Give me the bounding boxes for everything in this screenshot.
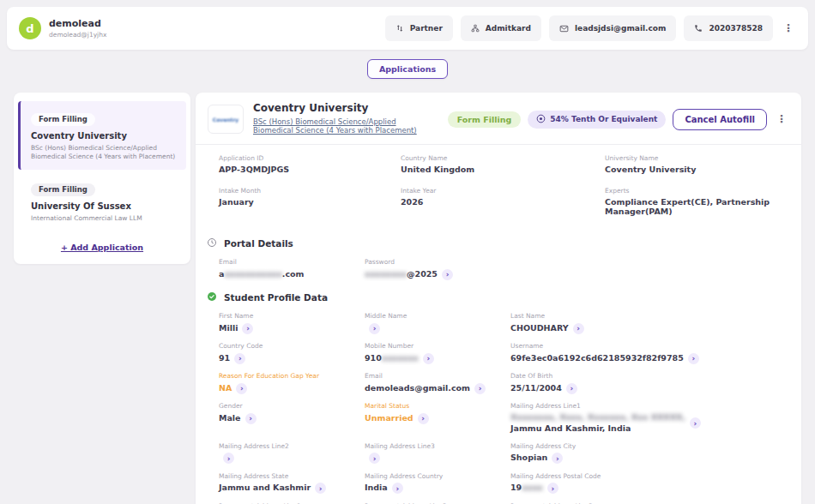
copy-chevron-button[interactable]: › bbox=[242, 323, 253, 334]
phone-icon bbox=[694, 24, 703, 33]
field-value-row: 910xxxxxxx› bbox=[365, 352, 510, 364]
field: Marital StatusUnmarried› bbox=[365, 402, 510, 435]
field-label: Gender bbox=[219, 402, 365, 410]
copy-chevron-button[interactable]: › bbox=[245, 413, 257, 424]
copy-chevron-button[interactable]: › bbox=[369, 323, 380, 334]
field-value: Milli bbox=[219, 323, 238, 334]
field-value: 69fe3ec0a6192c6d62185932f82f9785 bbox=[510, 353, 684, 364]
value-text: .com bbox=[282, 269, 305, 279]
copy-chevron-button[interactable]: › bbox=[573, 323, 584, 334]
course-link[interactable]: BSc (Hons) Biomedical Science/Applied Bi… bbox=[253, 117, 438, 135]
field-value-row: Jammu and Kashmir› bbox=[219, 483, 365, 495]
copy-chevron-button[interactable]: › bbox=[418, 413, 429, 424]
sidebar-university-name: Coventry University bbox=[31, 131, 178, 141]
copy-chevron-button[interactable]: › bbox=[442, 269, 453, 280]
info-item: Intake MonthJanuary bbox=[219, 187, 401, 216]
clock-icon bbox=[207, 235, 217, 251]
copy-chevron-button[interactable]: › bbox=[392, 483, 403, 494]
copy-chevron-button[interactable]: › bbox=[474, 383, 486, 394]
field-label: Mailing Address State bbox=[219, 472, 365, 480]
field-value-row: › bbox=[365, 322, 510, 334]
value-text: 91 bbox=[219, 353, 230, 363]
field-value-row: CHOUDHARY› bbox=[510, 322, 789, 334]
phone-button[interactable]: 2020378528 bbox=[684, 15, 773, 41]
section-fields: First NameMilli›Middle Name›Last NameCHO… bbox=[219, 312, 789, 504]
field-label: Last Name bbox=[510, 312, 789, 320]
field-value-text: xxxxxxxx@2025 bbox=[365, 269, 438, 280]
kebab-menu-icon[interactable]: ⋮ bbox=[774, 113, 789, 125]
admitkard-button[interactable]: Admitkard bbox=[461, 15, 541, 41]
add-application-link[interactable]: + Add Application bbox=[14, 243, 190, 252]
field: Middle Name› bbox=[365, 312, 510, 334]
info-value: Compliance Expert(CE), Partnership Manag… bbox=[605, 197, 789, 216]
field-value-row: 91› bbox=[219, 352, 365, 364]
field: Mailing Address Line1Xxxxxxxx, Xxxx, Xxx… bbox=[510, 402, 789, 435]
email-button[interactable]: leadsjdsi@gmail.com bbox=[549, 15, 676, 41]
redacted-text: xxxxxxxxxxx bbox=[224, 269, 281, 279]
section-header: Student Profile Data bbox=[207, 289, 801, 305]
info-value: APP-3QMDJPGS bbox=[219, 165, 401, 174]
application-list-item[interactable]: Form FillingCoventry UniversityBSc (Hons… bbox=[18, 101, 186, 170]
envelope-icon bbox=[559, 24, 569, 33]
value-text: India bbox=[365, 483, 388, 492]
copy-chevron-button[interactable]: › bbox=[547, 483, 558, 494]
section-fields: Emailaxxxxxxxxxxx.comPasswordxxxxxxxx@20… bbox=[219, 258, 789, 280]
info-label: Intake Month bbox=[219, 187, 401, 195]
copy-chevron-button[interactable]: › bbox=[566, 383, 577, 394]
field: Mailing Address Line2› bbox=[219, 442, 365, 465]
application-list-item[interactable]: Form FillingUniversity Of SussexInternat… bbox=[18, 171, 186, 231]
info-label: University Name bbox=[605, 154, 789, 162]
partner-button[interactable]: Partner bbox=[385, 15, 453, 41]
field-value-row: Shopian› bbox=[510, 453, 789, 465]
field-label: Marital Status bbox=[365, 402, 510, 410]
info-item: Intake Year2026 bbox=[401, 187, 605, 216]
section-header: Portal Details bbox=[207, 235, 801, 251]
field: Mailing Address CityShopian› bbox=[510, 442, 789, 465]
field-label: Mailing Address Country bbox=[365, 472, 510, 480]
field-value-line2: Jammu And Kashmir, India bbox=[510, 423, 685, 435]
field-value-row: 69fe3ec0a6192c6d62185932f82f9785› bbox=[510, 352, 789, 364]
tab-applications[interactable]: Applications bbox=[367, 59, 448, 79]
application-info-grid: Application IDAPP-3QMDJPGSCountry NameUn… bbox=[196, 145, 801, 226]
header-actions: PartnerAdmitkardleadsjdsi@gmail.com20203… bbox=[385, 15, 796, 41]
kebab-menu-icon[interactable]: ⋮ bbox=[781, 22, 796, 34]
field-value: demoleads@gmail.com bbox=[365, 383, 470, 394]
field-value-row: › bbox=[219, 453, 365, 465]
field: Mobile Number910xxxxxxx› bbox=[365, 342, 510, 364]
field-label: Mobile Number bbox=[365, 342, 510, 350]
copy-chevron-button[interactable]: › bbox=[223, 453, 234, 464]
info-item: Country NameUnited Kingdom bbox=[401, 154, 605, 174]
application-sections: Portal DetailsEmailaxxxxxxxxxxx.comPassw… bbox=[196, 235, 801, 504]
field-label: First Name bbox=[219, 312, 365, 320]
copy-chevron-button[interactable]: › bbox=[315, 483, 326, 494]
field: GenderMale› bbox=[219, 402, 365, 435]
info-item: Application IDAPP-3QMDJPGS bbox=[219, 154, 401, 174]
field-value: CHOUDHARY bbox=[510, 323, 569, 334]
field-value: xxxxxxxx@2025 bbox=[365, 269, 438, 280]
field-label: Reason For Education Gap Year bbox=[219, 372, 365, 380]
field-label: Password bbox=[365, 258, 510, 266]
field-label: Username bbox=[510, 342, 789, 350]
lead-header: d demolead demolead@j1yjhx PartnerAdmitk… bbox=[7, 7, 808, 50]
field-value-text: 25/11/2004 bbox=[510, 383, 562, 394]
field-value-row: India› bbox=[365, 483, 510, 495]
university-name: Coventry University bbox=[253, 102, 438, 114]
field-value: Male bbox=[219, 413, 241, 424]
copy-chevron-button[interactable]: › bbox=[688, 353, 699, 364]
field-value-row: axxxxxxxxxxx.com bbox=[219, 268, 365, 280]
copy-chevron-button[interactable]: › bbox=[552, 453, 563, 464]
lead-name: demolead bbox=[49, 18, 106, 29]
copy-chevron-button[interactable]: › bbox=[234, 353, 245, 364]
value-text: Unmarried bbox=[365, 413, 414, 423]
copy-chevron-button[interactable]: › bbox=[369, 453, 380, 464]
cancel-autofill-button[interactable]: Cancel Autofill bbox=[673, 109, 767, 130]
partner-button-label: Partner bbox=[410, 24, 443, 33]
copy-chevron-button[interactable]: › bbox=[690, 417, 701, 429]
redacted-text: xxxxxxxx bbox=[365, 269, 407, 279]
application-stage-badge: Form Filling bbox=[31, 113, 95, 126]
value-text: 910 bbox=[365, 353, 382, 363]
field-value-row: xxxxxxxx@2025› bbox=[365, 268, 510, 280]
copy-chevron-button[interactable]: › bbox=[236, 383, 247, 394]
copy-chevron-button[interactable]: › bbox=[423, 353, 434, 364]
field-label: Mailing Address Postal Code bbox=[510, 472, 789, 480]
